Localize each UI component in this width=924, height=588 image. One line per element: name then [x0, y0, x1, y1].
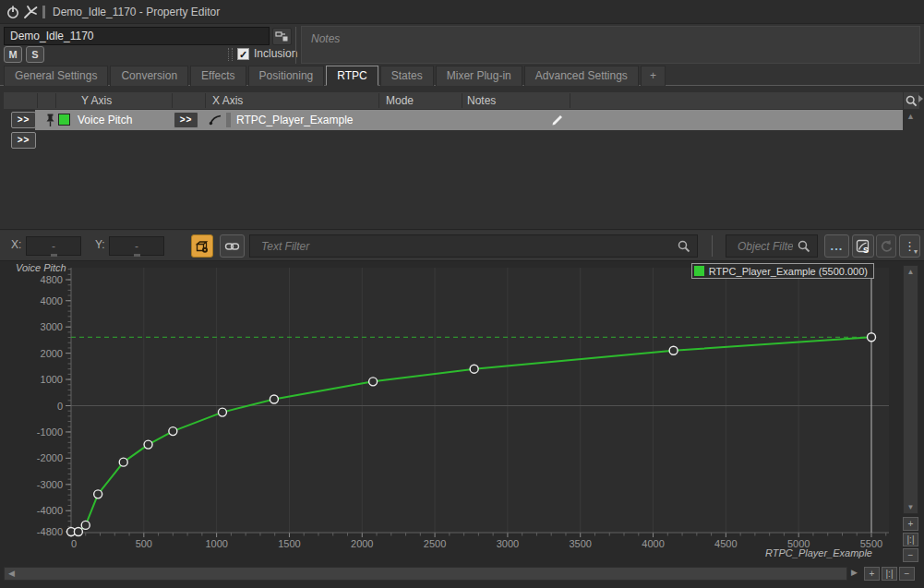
- game-object-icon: [195, 239, 210, 254]
- titlebar-divider: [42, 6, 45, 18]
- tab-general-settings[interactable]: General Settings: [4, 66, 108, 86]
- curve-point[interactable]: [868, 333, 876, 342]
- power-icon[interactable]: [6, 5, 20, 19]
- game-parameter-mode-button[interactable]: [191, 234, 213, 258]
- curve-point[interactable]: [270, 395, 278, 403]
- scroll-left-icon[interactable]: ◀: [8, 569, 15, 578]
- y-axis-label: 1000: [41, 374, 63, 385]
- tab-states[interactable]: States: [380, 66, 434, 86]
- table-search-button[interactable]: [904, 92, 919, 109]
- mute-button[interactable]: M: [4, 46, 22, 63]
- curve-point[interactable]: [218, 408, 226, 416]
- toolbar-divider: [712, 235, 713, 257]
- inclusion-label: Inclusion: [254, 47, 297, 60]
- x-axis-label: 0: [71, 538, 77, 549]
- y-coord-input[interactable]: [109, 236, 164, 256]
- y-axis-label: -2000: [37, 452, 63, 463]
- y-axis-label: 0: [57, 401, 63, 412]
- plot-background: [71, 268, 889, 533]
- zoom-in-vertical-button[interactable]: +: [903, 517, 918, 531]
- zoom-in-horizontal-button[interactable]: +: [864, 567, 880, 581]
- x-axis-label: 2000: [351, 538, 373, 549]
- link-button[interactable]: [220, 234, 245, 258]
- hierarchy-icon: [273, 29, 291, 44]
- object-name-input[interactable]: [4, 27, 270, 45]
- tab-add[interactable]: +: [641, 66, 666, 86]
- row-selection-highlight: [35, 110, 903, 130]
- zoom-out-vertical-button[interactable]: −: [903, 548, 918, 562]
- curve-point[interactable]: [470, 365, 478, 373]
- col-header-mode[interactable]: Mode: [386, 92, 414, 109]
- revert-button[interactable]: [876, 234, 896, 258]
- scroll-down-icon[interactable]: ▼: [904, 503, 918, 511]
- curve-point[interactable]: [81, 521, 90, 529]
- col-header-y-axis[interactable]: Y Axis: [81, 92, 112, 109]
- y-axis-label: -3000: [37, 479, 63, 490]
- curve-point[interactable]: [119, 458, 127, 466]
- curve-point[interactable]: [74, 528, 82, 536]
- scroll-right-icon[interactable]: ▶: [851, 568, 858, 577]
- x-axis-title: RTPC_Player_Example: [765, 547, 872, 558]
- x-axis-expander-button[interactable]: >>: [174, 112, 198, 128]
- empty-rtpc-row[interactable]: >>: [4, 131, 903, 150]
- horizontal-scrollbar[interactable]: ◀: [4, 567, 847, 581]
- vertical-scrollbar[interactable]: ▲ ▼: [903, 265, 918, 514]
- x-coord-handle[interactable]: [51, 254, 57, 257]
- curve-point[interactable]: [669, 346, 678, 354]
- more-options-button[interactable]: ...: [824, 234, 849, 258]
- text-filter-field: [249, 234, 698, 258]
- curve-settings-icon: S: [856, 239, 870, 254]
- curve-point[interactable]: [94, 490, 102, 498]
- scroll-up-icon[interactable]: ▲: [904, 268, 918, 276]
- tab-rtpc[interactable]: RTPC: [326, 66, 378, 86]
- chevron-down-icon: ▾: [914, 247, 918, 256]
- search-icon: [797, 239, 811, 254]
- zoom-fit-horizontal-button[interactable]: |:|: [882, 567, 897, 581]
- view-menu-button[interactable]: ⋮ ▾: [899, 234, 920, 258]
- connector-icon[interactable]: [23, 5, 39, 19]
- pin-icon[interactable]: [44, 113, 56, 128]
- rtpc-row[interactable]: >> Voice Pitch >> RTPC_Player_Example: [4, 110, 903, 130]
- y-axis-expander-button[interactable]: >>: [11, 112, 36, 128]
- curve-point[interactable]: [369, 378, 378, 386]
- x-axis-label: 4000: [642, 538, 664, 549]
- solo-button[interactable]: S: [26, 46, 44, 63]
- table-scroll-up-icon[interactable]: ▲: [906, 112, 915, 121]
- tab-conversion[interactable]: Conversion: [110, 66, 188, 86]
- tab-mixer-plug-in[interactable]: Mixer Plug-in: [436, 66, 522, 86]
- panel-divider: [295, 27, 296, 64]
- x-axis-label: 4500: [714, 538, 737, 549]
- y-axis-color-swatch: [58, 114, 70, 126]
- svg-text:S: S: [863, 245, 869, 254]
- tab-bar: General SettingsConversionEffectsPositio…: [4, 66, 666, 86]
- x-coord-input[interactable]: [26, 236, 81, 256]
- edit-notes-pencil-icon[interactable]: [550, 113, 565, 127]
- rtpc-plot[interactable]: 0500100015002000250030003500400045005000…: [0, 261, 924, 566]
- col-header-x-axis[interactable]: X Axis: [212, 92, 243, 109]
- tab-effects[interactable]: Effects: [190, 66, 246, 86]
- zoom-fit-vertical-button[interactable]: |:|: [903, 533, 918, 546]
- hierarchy-button[interactable]: [272, 28, 292, 45]
- y-axis-name[interactable]: Voice Pitch: [78, 110, 132, 130]
- tab-positioning[interactable]: Positioning: [248, 66, 325, 86]
- x-axis-label: 1000: [205, 538, 227, 549]
- col-header-notes[interactable]: Notes: [467, 92, 496, 109]
- y-coord-handle[interactable]: [134, 254, 140, 257]
- property-editor-window: Demo_Idle_1170 - Property Editor M S ✓ I…: [0, 0, 924, 588]
- text-filter-input[interactable]: [250, 235, 697, 257]
- panel-expand-arrow[interactable]: [918, 95, 923, 102]
- rtpc-curve-icon: [208, 113, 222, 127]
- curve-legend[interactable]: RTPC_Player_Example (5500.000): [691, 263, 874, 279]
- x-axis-label: 1500: [278, 538, 300, 549]
- inclusion-checkbox[interactable]: ✓: [237, 48, 249, 60]
- curve-settings-button[interactable]: S: [852, 234, 874, 258]
- notes-field[interactable]: [301, 26, 920, 64]
- curve-point[interactable]: [144, 440, 152, 449]
- curve-point[interactable]: [169, 427, 177, 436]
- curve-toolbar: X: Y:: [0, 231, 924, 261]
- x-axis-name[interactable]: RTPC_Player_Example: [236, 110, 354, 130]
- tab-advanced-settings[interactable]: Advanced Settings: [524, 66, 639, 86]
- new-row-expander-button[interactable]: >>: [11, 132, 36, 149]
- x-axis-label: 3000: [497, 538, 519, 549]
- zoom-out-horizontal-button[interactable]: −: [899, 567, 915, 581]
